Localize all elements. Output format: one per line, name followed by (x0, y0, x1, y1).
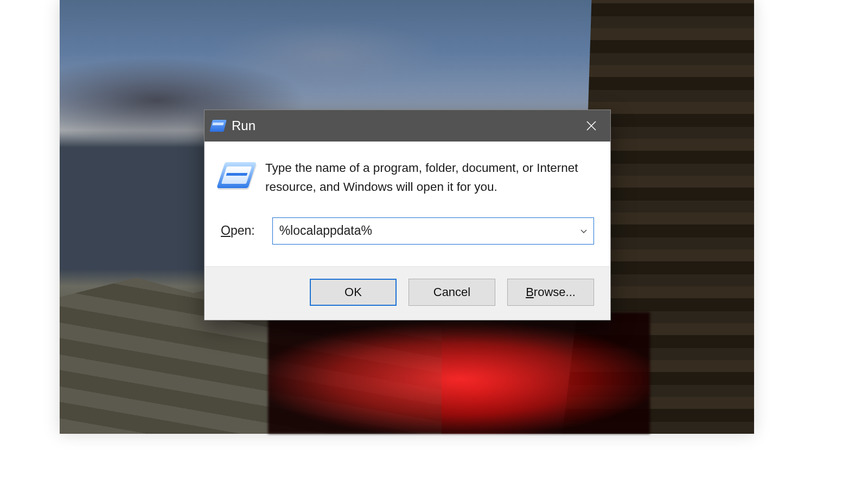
dialog-description: Type the name of a program, folder, docu… (265, 159, 594, 197)
close-icon (586, 120, 597, 131)
open-label: Open: (221, 223, 255, 238)
run-titlebar-icon (211, 120, 225, 132)
dialog-body: Type the name of a program, folder, docu… (205, 142, 610, 212)
open-combobox[interactable] (272, 217, 594, 245)
combobox-dropdown-button[interactable] (574, 227, 588, 235)
dialog-title: Run (232, 118, 572, 133)
browse-button-label: Browse... (526, 285, 576, 299)
open-input[interactable] (279, 223, 574, 238)
titlebar[interactable]: Run (205, 110, 610, 142)
cancel-button-label: Cancel (433, 285, 470, 299)
ok-button-label: OK (344, 285, 362, 299)
dialog-button-row: OK Cancel Browse... (205, 266, 610, 320)
open-row: Open: (205, 212, 610, 266)
run-icon (221, 162, 252, 188)
close-button[interactable] (572, 110, 610, 142)
browse-button[interactable]: Browse... (507, 279, 594, 306)
run-dialog: Run Type the name of a program, folder, … (204, 110, 611, 320)
cancel-button[interactable]: Cancel (409, 279, 495, 306)
chevron-down-icon (579, 227, 588, 235)
ok-button[interactable]: OK (310, 279, 397, 306)
wallpaper-pool (268, 312, 650, 434)
